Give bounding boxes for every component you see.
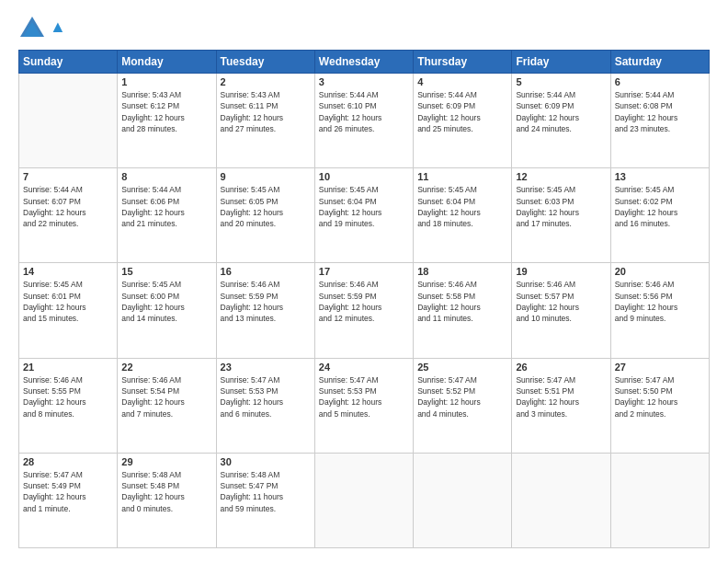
day-number: 26 xyxy=(516,362,606,373)
calendar-cell: 19Sunrise: 5:46 AM Sunset: 5:57 PM Dayli… xyxy=(512,263,610,358)
day-number: 22 xyxy=(121,362,211,373)
day-number: 21 xyxy=(23,362,113,373)
weekday-header-saturday: Saturday xyxy=(610,51,709,74)
day-info: Sunrise: 5:46 AM Sunset: 5:55 PM Dayligh… xyxy=(23,374,113,419)
calendar-cell: 30Sunrise: 5:48 AM Sunset: 5:47 PM Dayli… xyxy=(216,453,314,547)
logo-text: ▲ xyxy=(50,18,66,37)
calendar-cell: 3Sunrise: 5:44 AM Sunset: 6:10 PM Daylig… xyxy=(314,74,413,168)
calendar-cell: 17Sunrise: 5:46 AM Sunset: 5:59 PM Dayli… xyxy=(314,263,413,358)
day-info: Sunrise: 5:46 AM Sunset: 5:57 PM Dayligh… xyxy=(516,279,606,324)
day-number: 8 xyxy=(121,171,211,182)
day-info: Sunrise: 5:48 AM Sunset: 5:48 PM Dayligh… xyxy=(121,469,211,514)
calendar-cell: 28Sunrise: 5:47 AM Sunset: 5:49 PM Dayli… xyxy=(19,453,118,547)
day-number: 30 xyxy=(221,456,311,467)
weekday-header-thursday: Thursday xyxy=(414,51,512,74)
calendar-cell: 9Sunrise: 5:45 AM Sunset: 6:05 PM Daylig… xyxy=(216,168,314,263)
day-info: Sunrise: 5:45 AM Sunset: 6:04 PM Dayligh… xyxy=(417,184,507,229)
calendar-cell: 4Sunrise: 5:44 AM Sunset: 6:09 PM Daylig… xyxy=(414,74,512,168)
day-number: 3 xyxy=(319,76,409,87)
day-number: 11 xyxy=(417,171,507,182)
day-info: Sunrise: 5:46 AM Sunset: 5:59 PM Dayligh… xyxy=(319,279,409,324)
calendar-cell: 13Sunrise: 5:45 AM Sunset: 6:02 PM Dayli… xyxy=(610,168,709,263)
weekday-header-friday: Friday xyxy=(512,51,610,74)
day-info: Sunrise: 5:48 AM Sunset: 5:47 PM Dayligh… xyxy=(221,469,311,514)
day-info: Sunrise: 5:44 AM Sunset: 6:08 PM Dayligh… xyxy=(615,89,705,134)
logo-icon xyxy=(18,15,46,40)
calendar-week-5: 28Sunrise: 5:47 AM Sunset: 5:49 PM Dayli… xyxy=(19,453,710,547)
day-info: Sunrise: 5:45 AM Sunset: 6:02 PM Dayligh… xyxy=(615,184,705,229)
weekday-header-sunday: Sunday xyxy=(19,51,118,74)
day-number: 29 xyxy=(121,456,211,467)
day-number: 5 xyxy=(516,76,606,87)
day-info: Sunrise: 5:45 AM Sunset: 6:00 PM Dayligh… xyxy=(121,279,211,324)
calendar-cell: 2Sunrise: 5:43 AM Sunset: 6:11 PM Daylig… xyxy=(216,74,314,168)
weekday-header-wednesday: Wednesday xyxy=(314,51,413,74)
day-number: 6 xyxy=(615,76,705,87)
day-info: Sunrise: 5:43 AM Sunset: 6:11 PM Dayligh… xyxy=(221,89,311,134)
calendar-week-3: 14Sunrise: 5:45 AM Sunset: 6:01 PM Dayli… xyxy=(19,263,710,358)
calendar-cell xyxy=(414,453,512,547)
day-number: 16 xyxy=(221,266,311,277)
calendar-cell: 14Sunrise: 5:45 AM Sunset: 6:01 PM Dayli… xyxy=(19,263,118,358)
calendar-cell: 20Sunrise: 5:46 AM Sunset: 5:56 PM Dayli… xyxy=(610,263,709,358)
day-number: 17 xyxy=(319,266,409,277)
day-info: Sunrise: 5:43 AM Sunset: 6:12 PM Dayligh… xyxy=(121,89,211,134)
calendar-cell: 18Sunrise: 5:46 AM Sunset: 5:58 PM Dayli… xyxy=(414,263,512,358)
calendar-cell xyxy=(610,453,709,547)
calendar-cell: 1Sunrise: 5:43 AM Sunset: 6:12 PM Daylig… xyxy=(118,74,216,168)
day-number: 13 xyxy=(615,171,705,182)
calendar-cell: 7Sunrise: 5:44 AM Sunset: 6:07 PM Daylig… xyxy=(19,168,118,263)
day-info: Sunrise: 5:44 AM Sunset: 6:09 PM Dayligh… xyxy=(417,89,507,134)
day-number: 15 xyxy=(121,266,211,277)
calendar-cell: 6Sunrise: 5:44 AM Sunset: 6:08 PM Daylig… xyxy=(610,74,709,168)
calendar-cell: 26Sunrise: 5:47 AM Sunset: 5:51 PM Dayli… xyxy=(512,358,610,453)
calendar-header-row: SundayMondayTuesdayWednesdayThursdayFrid… xyxy=(19,51,710,74)
calendar-cell: 22Sunrise: 5:46 AM Sunset: 5:54 PM Dayli… xyxy=(118,358,216,453)
day-number: 1 xyxy=(121,76,211,87)
day-info: Sunrise: 5:44 AM Sunset: 6:07 PM Dayligh… xyxy=(23,184,113,229)
weekday-header-tuesday: Tuesday xyxy=(216,51,314,74)
calendar-cell: 23Sunrise: 5:47 AM Sunset: 5:53 PM Dayli… xyxy=(216,358,314,453)
day-number: 10 xyxy=(319,171,409,182)
day-info: Sunrise: 5:47 AM Sunset: 5:52 PM Dayligh… xyxy=(417,374,507,419)
calendar-cell: 11Sunrise: 5:45 AM Sunset: 6:04 PM Dayli… xyxy=(414,168,512,263)
calendar-cell: 21Sunrise: 5:46 AM Sunset: 5:55 PM Dayli… xyxy=(19,358,118,453)
day-number: 24 xyxy=(319,362,409,373)
logo: ▲ xyxy=(18,15,66,40)
calendar-cell xyxy=(19,74,118,168)
weekday-header-monday: Monday xyxy=(118,51,216,74)
day-info: Sunrise: 5:44 AM Sunset: 6:09 PM Dayligh… xyxy=(516,89,606,134)
calendar-cell: 5Sunrise: 5:44 AM Sunset: 6:09 PM Daylig… xyxy=(512,74,610,168)
day-number: 7 xyxy=(23,171,113,182)
day-number: 19 xyxy=(516,266,606,277)
day-number: 12 xyxy=(516,171,606,182)
day-number: 25 xyxy=(417,362,507,373)
day-info: Sunrise: 5:45 AM Sunset: 6:05 PM Dayligh… xyxy=(221,184,311,229)
calendar-cell: 12Sunrise: 5:45 AM Sunset: 6:03 PM Dayli… xyxy=(512,168,610,263)
calendar-cell: 29Sunrise: 5:48 AM Sunset: 5:48 PM Dayli… xyxy=(118,453,216,547)
day-number: 20 xyxy=(615,266,705,277)
day-info: Sunrise: 5:44 AM Sunset: 6:06 PM Dayligh… xyxy=(121,184,211,229)
day-info: Sunrise: 5:44 AM Sunset: 6:10 PM Dayligh… xyxy=(319,89,409,134)
day-info: Sunrise: 5:47 AM Sunset: 5:49 PM Dayligh… xyxy=(23,469,113,514)
page: ▲ SundayMondayTuesdayWednesdayThursdayFr… xyxy=(0,0,728,563)
calendar-week-4: 21Sunrise: 5:46 AM Sunset: 5:55 PM Dayli… xyxy=(19,358,710,453)
day-info: Sunrise: 5:46 AM Sunset: 5:59 PM Dayligh… xyxy=(221,279,311,324)
calendar-cell xyxy=(512,453,610,547)
day-info: Sunrise: 5:45 AM Sunset: 6:04 PM Dayligh… xyxy=(319,184,409,229)
calendar-cell xyxy=(314,453,413,547)
day-info: Sunrise: 5:47 AM Sunset: 5:53 PM Dayligh… xyxy=(221,374,311,419)
day-number: 27 xyxy=(615,362,705,373)
calendar-cell: 27Sunrise: 5:47 AM Sunset: 5:50 PM Dayli… xyxy=(610,358,709,453)
day-number: 4 xyxy=(417,76,507,87)
calendar-cell: 15Sunrise: 5:45 AM Sunset: 6:00 PM Dayli… xyxy=(118,263,216,358)
day-number: 28 xyxy=(23,456,113,467)
calendar-cell: 8Sunrise: 5:44 AM Sunset: 6:06 PM Daylig… xyxy=(118,168,216,263)
calendar-cell: 24Sunrise: 5:47 AM Sunset: 5:53 PM Dayli… xyxy=(314,358,413,453)
calendar-table: SundayMondayTuesdayWednesdayThursdayFrid… xyxy=(18,50,710,548)
day-info: Sunrise: 5:47 AM Sunset: 5:51 PM Dayligh… xyxy=(516,374,606,419)
day-number: 9 xyxy=(221,171,311,182)
calendar-cell: 25Sunrise: 5:47 AM Sunset: 5:52 PM Dayli… xyxy=(414,358,512,453)
day-info: Sunrise: 5:45 AM Sunset: 6:03 PM Dayligh… xyxy=(516,184,606,229)
day-number: 18 xyxy=(417,266,507,277)
